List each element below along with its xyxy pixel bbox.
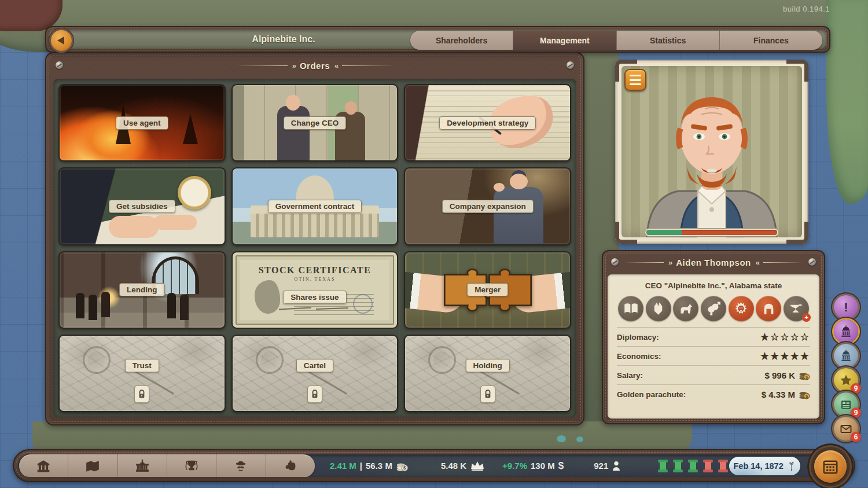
achievements-button[interactable]: 9 <box>834 368 858 392</box>
card-label: Trust <box>125 359 159 372</box>
orders-panel: » Orders « Use agent Change CEO Developm… <box>45 52 584 425</box>
nav-actions-button[interactable] <box>266 454 315 477</box>
calendar-button[interactable] <box>814 450 847 483</box>
frame-corner <box>615 222 637 244</box>
order-card-company-expansion[interactable]: Company expansion <box>404 167 571 245</box>
back-button[interactable] <box>51 30 72 51</box>
ceo-info-body: CEO "Alpinebite Inc.", Alabama state <box>608 274 819 419</box>
card-label: Change CEO <box>284 116 347 130</box>
cash-total-value: 56.3 M <box>366 461 392 471</box>
stat-value-money: $ 4.33 M <box>762 390 795 399</box>
tab-finances[interactable]: Finances <box>720 31 822 50</box>
stat-row-economics: Economics: ★★★★★ <box>617 346 810 365</box>
goods-indicators <box>658 460 728 472</box>
personal-wealth-group[interactable]: 5.48 K <box>441 461 485 471</box>
game-date: Feb 14, 1872 <box>733 461 783 471</box>
growth-percent: +9.7% <box>502 461 527 471</box>
news-button[interactable]: 9 <box>834 392 858 416</box>
star-icon <box>839 373 853 387</box>
plus-badge: + <box>802 313 811 322</box>
tab-management[interactable]: Management <box>513 31 616 50</box>
certificate-title: STOCK CERTIFICATE <box>259 265 372 276</box>
praying-hands-icon[interactable] <box>646 296 671 321</box>
stat-label: Salary: <box>617 371 643 380</box>
nav-bank-button[interactable] <box>19 454 68 477</box>
card-label: Get subsidies <box>109 200 175 213</box>
order-card-cartel-locked[interactable]: Cartel <box>231 335 399 412</box>
exclamation-icon: ! <box>844 301 848 314</box>
order-card-change-ceo[interactable]: Change CEO <box>231 84 399 162</box>
personal-wealth-value: 5.48 K <box>441 461 466 471</box>
ornament-arrow-icon: « <box>756 258 759 267</box>
stat-row-diplomacy: Diplomacy: ★☆☆☆☆ <box>617 327 810 346</box>
stock-certificate: STOCK CERTIFICATE OTIN, TEXAS <box>241 260 389 320</box>
certificate-stamp <box>353 294 373 314</box>
crown-icon <box>470 461 485 471</box>
stat-value-money: $ 996 K <box>764 370 795 380</box>
donkey-icon[interactable] <box>673 296 698 321</box>
order-card-get-subsidies[interactable]: Get subsidies <box>58 167 226 245</box>
card-label: Lending <box>119 283 165 296</box>
ornament-line <box>342 65 394 66</box>
svg-text:$: $ <box>403 465 406 471</box>
company-value-group[interactable]: +9.7% 130 M $ <box>502 460 564 472</box>
coins-icon: $ <box>799 369 810 381</box>
trophy-icon <box>184 458 199 474</box>
back-arrow-icon <box>57 36 64 45</box>
person-silhouette-icon <box>612 460 621 472</box>
nav-government-button[interactable] <box>118 454 167 477</box>
spartan-helmet-icon[interactable] <box>756 296 781 321</box>
mail-button[interactable]: 6 <box>834 417 858 441</box>
ceo-portrait-art <box>637 72 787 237</box>
order-card-use-agent[interactable]: Use agent <box>58 84 226 162</box>
stat-label: Diplomacy: <box>617 333 659 342</box>
card-label: Government contract <box>268 200 362 213</box>
stat-value-stars: ★★★★★ <box>760 350 810 362</box>
window-title: Alpinebite Inc. <box>156 27 411 52</box>
bottom-hud-track: 2.41 M | 56.3 M $ 5.48 K +9.7% 130 M $ 9… <box>18 454 850 477</box>
population-group[interactable]: 921 <box>594 460 621 472</box>
ceo-role-line: CEO "Alpinebite Inc.", Alabama state <box>617 281 810 290</box>
nav-map-button[interactable] <box>68 454 117 477</box>
calendar-icon <box>822 458 839 475</box>
alerts-button[interactable]: ! <box>834 295 858 319</box>
cash-separator: | <box>360 461 362 471</box>
portrait-menu-button[interactable] <box>624 69 646 91</box>
ornament-line <box>236 65 288 66</box>
order-card-holding-locked[interactable]: Holding <box>404 335 571 412</box>
screw-icon <box>567 61 574 69</box>
order-card-merger[interactable]: Merger <box>404 251 571 329</box>
nav-achievements-button[interactable] <box>167 454 216 477</box>
order-card-shares-issue[interactable]: STOCK CERTIFICATE OTIN, TEXAS Shares iss… <box>231 251 399 329</box>
company-cash-group[interactable]: 2.41 M | 56.3 M $ <box>330 460 409 472</box>
order-card-lending[interactable]: Lending <box>58 251 226 329</box>
nav-agents-button[interactable] <box>216 454 266 477</box>
politics-button[interactable] <box>834 320 858 343</box>
order-card-development-strategy[interactable]: Development strategy <box>404 84 571 162</box>
ornament-line <box>763 262 804 263</box>
tab-statistics[interactable]: Statistics <box>617 31 720 50</box>
lock-icon <box>307 386 322 403</box>
ceo-name: Aiden Thompson <box>676 258 751 267</box>
goods-spool-green <box>688 460 698 472</box>
frame-corner <box>786 222 808 244</box>
ornament-arrow-icon: » <box>292 61 295 70</box>
date-display[interactable]: Feb 14, 1872 <box>728 456 801 476</box>
lion-icon[interactable] <box>729 296 754 321</box>
government-building-icon <box>135 458 150 474</box>
build-version-label: build 0.194.1 <box>783 5 830 13</box>
anvil-plus-icon[interactable]: + <box>784 296 809 321</box>
window-title-bar: Alpinebite Inc. Shareholders Management … <box>45 26 830 53</box>
stat-row-golden-parachute: Golden parachute: $ 4.33 M $ <box>617 384 810 403</box>
tab-bar: Shareholders Management Statistics Finan… <box>410 31 822 50</box>
gender-symbols-icon[interactable] <box>701 296 726 321</box>
dollar-icon: $ <box>558 460 564 472</box>
open-book-icon[interactable] <box>618 296 643 321</box>
state-button[interactable] <box>834 344 858 368</box>
ceo-portrait <box>621 66 802 237</box>
order-card-government-contract[interactable]: Government contract <box>231 167 399 245</box>
orders-title: Orders <box>300 61 330 71</box>
fist-icon <box>283 458 298 474</box>
order-card-trust-locked[interactable]: Trust <box>58 335 226 412</box>
tab-shareholders[interactable]: Shareholders <box>410 31 513 50</box>
